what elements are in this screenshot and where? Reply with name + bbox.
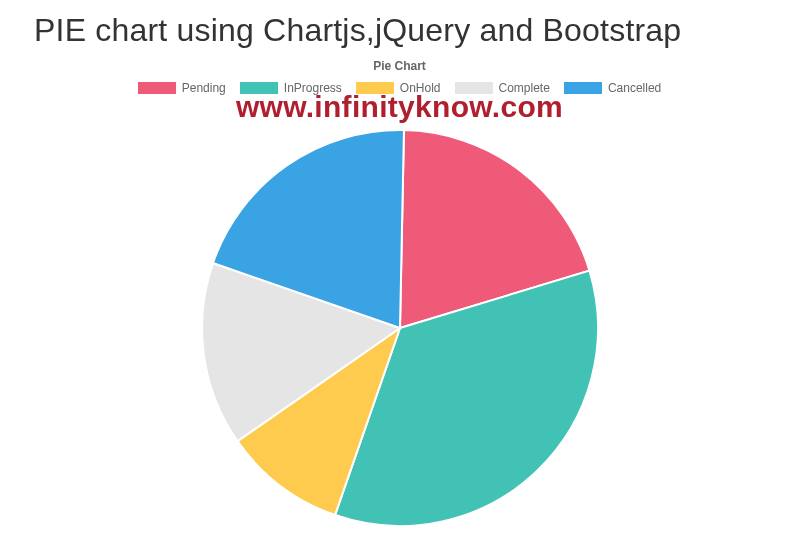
legend-label: Cancelled [608, 81, 661, 95]
legend-item-onhold[interactable]: OnHold [356, 81, 441, 95]
chart-legend: Pending InProgress OnHold Complete Cance… [0, 81, 799, 95]
legend-swatch [455, 82, 493, 94]
watermark-text: www.infinityknow.com [236, 90, 563, 124]
legend-swatch [138, 82, 176, 94]
legend-item-inprogress[interactable]: InProgress [240, 81, 342, 95]
pie-svg [200, 128, 600, 528]
legend-label: Pending [182, 81, 226, 95]
legend-label: Complete [499, 81, 550, 95]
chart-subtitle: Pie Chart [0, 59, 799, 73]
legend-swatch [564, 82, 602, 94]
legend-item-pending[interactable]: Pending [138, 81, 226, 95]
legend-label: InProgress [284, 81, 342, 95]
legend-swatch [356, 82, 394, 94]
page-title: PIE chart using Chartjs,jQuery and Boots… [0, 0, 799, 49]
legend-item-cancelled[interactable]: Cancelled [564, 81, 661, 95]
legend-label: OnHold [400, 81, 441, 95]
legend-swatch [240, 82, 278, 94]
legend-item-complete[interactable]: Complete [455, 81, 550, 95]
pie-chart [200, 128, 600, 528]
